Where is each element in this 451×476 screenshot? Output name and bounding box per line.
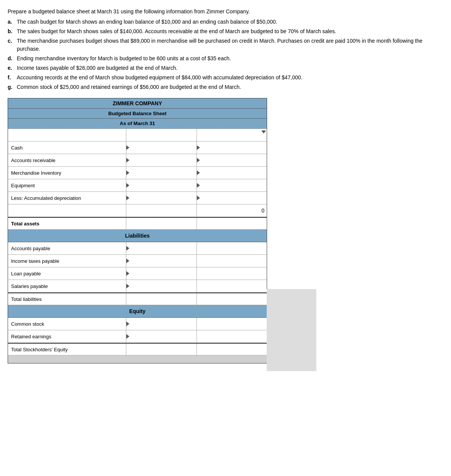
liability-col2-0: [197, 242, 267, 254]
liability-input-col1-2[interactable]: [131, 267, 197, 280]
gray-overlay: [267, 289, 316, 371]
intro-item: e.Income taxes payable of $26,000 are bu…: [8, 64, 443, 72]
equity-row: Retained earnings: [8, 330, 267, 343]
equity-input-col2-0[interactable]: [197, 318, 267, 330]
arrow-icon-3: [126, 183, 129, 188]
intro-item-label: g.: [8, 83, 15, 91]
total-assets-label: Total assets: [8, 218, 126, 229]
asset-input-col1-3[interactable]: [131, 179, 197, 191]
asset-row: Merchandise Inventory: [8, 167, 267, 179]
arrow-icon-col2-0: [197, 145, 200, 150]
asset-label-2: Merchandise Inventory: [8, 167, 126, 179]
asset-row: Cash: [8, 142, 267, 154]
total-liabilities-label: Total liabilities: [8, 293, 126, 305]
liability-col2-2: [197, 267, 267, 280]
intro-item-text: The merchandise purchases budget shows t…: [17, 37, 443, 53]
intro-item-label: e.: [8, 64, 15, 72]
arrow-icon-col2-4: [197, 196, 200, 200]
asset-col2-1: [197, 154, 267, 166]
arrow-icon-0: [126, 145, 129, 150]
equity-col2-0: [197, 318, 267, 330]
asset-input-col1-1[interactable]: [131, 154, 197, 166]
intro-item: b.The sales budget for March shows sales…: [8, 27, 443, 35]
liability-col2-1: [197, 255, 267, 267]
equity-arrow-col1-1: [126, 334, 129, 339]
asset-input-col2-2[interactable]: [197, 167, 267, 179]
asset-col1-3: [126, 179, 197, 191]
dropdown-arrow-icon: [261, 130, 266, 133]
liability-arrow-col1-1: [126, 259, 129, 263]
liability-arrow-col1-0: [126, 246, 129, 251]
asset-input-col2-4[interactable]: [197, 192, 267, 204]
total-assets-row: Total assets: [8, 217, 267, 230]
liability-label-1: Income taxes payable: [8, 255, 126, 267]
equity-input-col1-1[interactable]: [131, 330, 197, 343]
intro-item-text: The sales budget for March shows sales o…: [17, 27, 336, 35]
asset-col1-2: [126, 167, 197, 179]
total-equity-input-col2[interactable]: [197, 344, 267, 355]
asset-input-col1-4[interactable]: [131, 192, 197, 204]
table-title: Budgeted Balance Sheet: [8, 109, 267, 119]
liability-arrow-col1-3: [126, 284, 129, 288]
intro-item: a.The cash budget for March shows an end…: [8, 18, 443, 26]
liability-label-0: Accounts payable: [8, 242, 126, 254]
asset-label-3: Equipment: [8, 179, 126, 191]
asset-input-col1-2[interactable]: [131, 167, 197, 179]
asset-input-col2-0[interactable]: [197, 142, 267, 154]
arrow-icon-2: [126, 170, 129, 175]
equity-label-0: Common stock: [8, 318, 126, 330]
total-assets-input-col1[interactable]: [126, 218, 197, 229]
total-equity-label: Total Stockholders' Equity: [8, 344, 126, 355]
asset-label-4: Less: Accumulated depreciation: [8, 192, 126, 204]
asset-col2-4: [197, 192, 267, 204]
liability-input-col2-3[interactable]: [197, 280, 267, 292]
asset-col2-0: [197, 142, 267, 154]
asset-input-col2-3[interactable]: [197, 179, 267, 191]
intro-item-text: Ending merchandise inventory for March i…: [17, 55, 231, 63]
balance-sheet-table: ZIMMER COMPANY Budgeted Balance Sheet As…: [8, 98, 267, 363]
liability-input-col1-3[interactable]: [131, 280, 197, 292]
asset-input-col1-0[interactable]: [131, 142, 197, 154]
asset-col2-2: [197, 167, 267, 179]
spacer-input-col1[interactable]: [126, 204, 197, 217]
asset-label-1: Accounts receivable: [8, 154, 126, 166]
total-equity-input-col1[interactable]: [126, 344, 197, 355]
liability-col2-3: [197, 280, 267, 292]
equity-arrow-col1-0: [126, 322, 129, 326]
company-name: ZIMMER COMPANY: [8, 98, 267, 109]
intro-item-text: The cash budget for March shows an endin…: [17, 18, 277, 26]
liability-label-2: Loan payable: [8, 267, 126, 280]
arrow-icon-4: [126, 196, 129, 200]
spacer-label: [8, 129, 126, 141]
arrow-icon-col2-2: [197, 170, 200, 175]
intro-item-text: Accounting records at the end of March s…: [17, 74, 303, 82]
asset-row: Less: Accumulated depreciation: [8, 192, 267, 204]
total-liabilities-col1: [126, 293, 197, 305]
equity-col1-1: [126, 330, 197, 343]
table-date: As of March 31: [8, 119, 267, 129]
intro-item-text: Income taxes payable of $26,000 are budg…: [17, 64, 177, 72]
liability-input-col1-1[interactable]: [131, 255, 197, 267]
equity-col1-0: [126, 318, 197, 330]
total-assets-col2: [197, 218, 267, 229]
equity-input-col2-1[interactable]: [197, 330, 267, 343]
total-liabilities-input-col1[interactable]: [126, 293, 197, 305]
liability-label-3: Salaries payable: [8, 280, 126, 292]
intro-item-label: d.: [8, 55, 15, 63]
total-assets-input-col2[interactable]: [197, 218, 267, 229]
liability-input-col1-0[interactable]: [131, 242, 197, 254]
asset-row: Accounts receivable: [8, 154, 267, 167]
liability-col1-2: [126, 267, 197, 280]
liability-row: Income taxes payable: [8, 255, 267, 267]
liabilities-header: Liabilities: [8, 230, 267, 242]
equity-input-col1-0[interactable]: [131, 318, 197, 330]
liability-input-col2-0[interactable]: [197, 242, 267, 254]
liability-input-col2-1[interactable]: [197, 255, 267, 267]
intro-item-label: b.: [8, 27, 15, 35]
total-liabilities-input-col2[interactable]: [197, 293, 267, 305]
spacer-col1: [126, 129, 197, 141]
intro-item-label: a.: [8, 18, 15, 26]
liability-input-col2-2[interactable]: [197, 267, 267, 280]
asset-input-col2-1[interactable]: [197, 154, 267, 166]
asset-col2-3: [197, 179, 267, 191]
